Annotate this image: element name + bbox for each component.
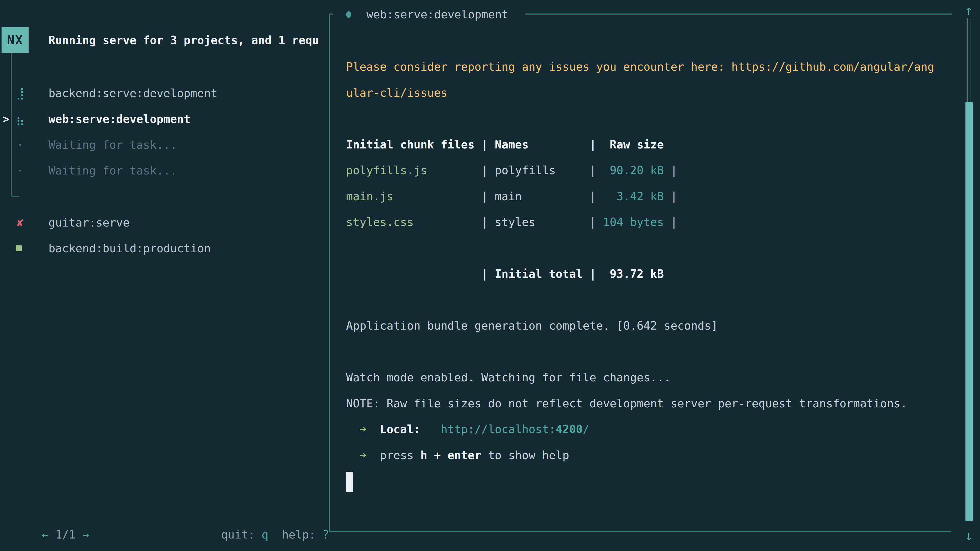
waiting-dot-icon: ·: [14, 158, 26, 183]
scroll-up-arrow-icon[interactable]: ↑: [961, 1, 977, 19]
text-segment: Initial chunk files | Names | Raw size: [346, 138, 664, 151]
terminal-line: Initial chunk files | Names | Raw size: [346, 132, 934, 158]
shortcut-spacer: [268, 528, 282, 541]
spinner-icon: ⣦: [14, 106, 26, 132]
text-segment: | Initial total | 93.72 kB: [346, 267, 664, 280]
help-key[interactable]: ?: [322, 528, 329, 541]
quit-label: quit:: [221, 528, 262, 541]
nx-logo: NX: [2, 27, 29, 53]
waiting-dot-icon: ·: [14, 132, 26, 158]
terminal-line: [346, 106, 934, 132]
terminal-output: Please consider reporting any issues you…: [346, 54, 934, 494]
nx-tui-screen: NX Running serve for 3 projects, and 1 r…: [0, 0, 980, 551]
pagination: ← 1/1 →: [15, 496, 89, 522]
task-label: web:serve:development: [48, 106, 190, 132]
text-segment: |: [590, 164, 597, 177]
terminal-line: ➜ Local: http://localhost:4200/: [346, 416, 934, 442]
text-segment: styles.css: [346, 216, 414, 229]
page-indicator: [48, 528, 56, 541]
page-indicator-value: 1/1: [56, 528, 76, 541]
text-segment: |: [393, 190, 495, 203]
failed-cross-icon: ✘: [14, 210, 26, 235]
page-spacer: [76, 528, 83, 541]
success-square-icon: [16, 245, 22, 251]
text-segment: |: [590, 216, 597, 229]
quit-key[interactable]: q: [262, 528, 269, 541]
task-label: backend:build:production: [48, 235, 211, 261]
text-segment: Watch mode enabled. Watching for file ch…: [346, 371, 671, 384]
terminal-line: [346, 235, 934, 261]
terminal-cursor: [346, 472, 353, 492]
text-segment: [346, 449, 360, 462]
text-segment: |: [590, 190, 597, 203]
text-segment: |: [427, 164, 495, 177]
running-status-dot-icon: [346, 11, 351, 18]
text-segment: styles: [495, 216, 535, 229]
scrollbar-track: [970, 18, 971, 103]
text-segment: |: [664, 216, 677, 229]
spinner-icon: ⣸: [14, 80, 26, 106]
terminal-line: [346, 339, 934, 365]
text-segment: h + enter: [420, 449, 481, 462]
terminal-line: [346, 468, 934, 494]
help-label: help:: [282, 528, 322, 541]
text-segment: Please consider reporting any issues you…: [346, 60, 934, 73]
page-prev-arrow-icon[interactable]: ←: [42, 528, 49, 541]
panel-border-bottom: [329, 531, 951, 532]
task-label: backend:serve:development: [48, 80, 218, 106]
terminal-line: styles.css | styles | 104 bytes |: [346, 209, 934, 235]
terminal-line: Watch mode enabled. Watching for file ch…: [346, 365, 934, 391]
text-segment: [420, 423, 441, 436]
local-url[interactable]: http://localhost:: [441, 423, 555, 436]
text-segment: [522, 190, 590, 203]
text-segment: main: [495, 190, 522, 203]
terminal-line: Please consider reporting any issues you…: [346, 54, 934, 80]
text-segment: polyfills.js: [346, 164, 427, 177]
terminal-line: polyfills.js | polyfills | 90.20 kB |: [346, 157, 934, 183]
terminal-line: Application bundle generation complete. …: [346, 313, 934, 339]
terminal-line: ➜ press h + enter to show help: [346, 442, 934, 468]
text-segment: 90.20 kB: [596, 164, 664, 177]
text-segment: 3.42 kB: [596, 190, 664, 203]
text-segment: Application bundle generation complete. …: [346, 319, 718, 332]
scrollbar-thumb[interactable]: [966, 102, 973, 521]
text-segment: |: [414, 216, 495, 229]
terminal-line: ular-cli/issues: [346, 80, 934, 106]
prompt-arrow-icon: ➜: [360, 449, 366, 462]
panel-border-top-stub: [329, 14, 333, 14]
local-url-port[interactable]: 4200: [555, 423, 583, 436]
scrollbar-track: [967, 18, 968, 103]
panel-border-top-rule: [525, 14, 953, 14]
sidebar-header-title: Running serve for 3 projects, and 1 requ: [48, 27, 319, 53]
task-label: Waiting for task...: [48, 158, 177, 183]
text-segment: |: [664, 190, 677, 203]
text-segment: [535, 216, 590, 229]
text-segment: NOTE: Raw file sizes do not reflect deve…: [346, 397, 907, 410]
text-segment: |: [664, 164, 677, 177]
task-label: guitar:serve: [48, 210, 130, 235]
text-segment: [366, 449, 380, 462]
task-label: Waiting for task...: [48, 132, 177, 158]
panel-title: web:serve:development: [366, 2, 508, 27]
terminal-line: main.js | main | 3.42 kB |: [346, 183, 934, 210]
text-segment: [366, 423, 380, 436]
keyboard-shortcuts: quit: q help: ?: [194, 496, 329, 522]
text-segment: Local:: [380, 423, 420, 436]
scroll-down-arrow-icon[interactable]: ↓: [961, 527, 977, 545]
terminal-line: NOTE: Raw file sizes do not reflect deve…: [346, 391, 934, 416]
text-segment: [555, 164, 589, 177]
text-segment: 104 bytes: [596, 216, 664, 229]
text-segment: /: [583, 423, 590, 436]
page-next-arrow-icon[interactable]: →: [83, 528, 89, 541]
nx-logo-text: NX: [7, 33, 23, 48]
selected-chevron-icon: >: [3, 106, 13, 132]
text-segment: main.js: [346, 190, 393, 203]
prompt-arrow-icon: ➜: [360, 423, 366, 436]
panel-border-left: [329, 14, 330, 532]
terminal-line: [346, 287, 934, 313]
text-segment: ular-cli/issues: [346, 86, 447, 99]
text-segment: to show help: [481, 449, 569, 462]
text-segment: [346, 423, 360, 436]
text-segment: press: [380, 449, 420, 462]
terminal-line: | Initial total | 93.72 kB: [346, 261, 934, 287]
